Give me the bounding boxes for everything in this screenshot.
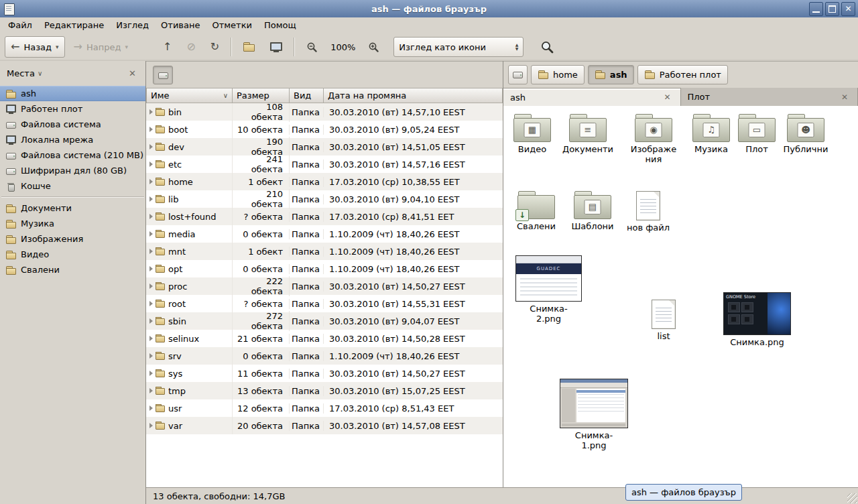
close-button[interactable] <box>841 2 855 16</box>
sidebar-item[interactable]: ash <box>0 86 145 101</box>
titlebar[interactable]: ash — файлов браузър <box>0 0 858 17</box>
sidebar-item[interactable]: Изображения <box>0 231 145 247</box>
back-button[interactable]: ← Назад ▾ <box>5 36 65 58</box>
file-row[interactable]: boot 10 обекта Папка 30.03.2010 (вт) 9,0… <box>146 121 503 138</box>
expander-icon[interactable] <box>149 318 153 324</box>
icon-item-desktop[interactable]: ▭ Плот <box>730 114 784 155</box>
expander-icon[interactable] <box>149 127 153 132</box>
expander-icon[interactable] <box>149 336 153 341</box>
resize-grip[interactable] <box>847 493 857 503</box>
home-button[interactable] <box>237 36 261 58</box>
file-row[interactable]: etc 241 обекта Папка 30.03.2010 (вт) 14,… <box>146 155 503 173</box>
tab-close-icon[interactable]: ✕ <box>661 92 673 103</box>
icon-item-video[interactable]: ▦ Видео <box>505 114 559 155</box>
expander-icon[interactable] <box>149 301 153 306</box>
up-button[interactable]: ↑ <box>157 36 178 58</box>
icon-item-public[interactable]: ☻ Публични <box>779 114 833 155</box>
expander-icon[interactable] <box>149 231 153 237</box>
file-row[interactable]: sbin 272 обекта Папка 30.03.2010 (вт) 9,… <box>146 312 503 330</box>
expander-icon[interactable] <box>149 162 153 167</box>
menu-item[interactable]: Отметки <box>206 18 257 32</box>
tab-desktop[interactable]: Плот ✕ <box>681 88 858 106</box>
file-row[interactable]: lib 210 обекта Папка 30.03.2010 (вт) 9,0… <box>146 190 503 208</box>
file-row[interactable]: usr 12 обекта Папка 17.03.2010 (ср) 8,51… <box>146 399 503 417</box>
file-row[interactable]: dev 190 обекта Папка 30.03.2010 (вт) 14,… <box>146 138 503 155</box>
column-header-size[interactable]: Размер <box>233 88 290 103</box>
tab-ash[interactable]: ash ✕ <box>503 88 681 106</box>
icon-item-snimka[interactable]: GNOME Store Снимка.png <box>724 292 790 348</box>
view-mode-select[interactable]: Изглед като икони ▲ ▼ <box>393 37 524 57</box>
expander-icon[interactable] <box>149 371 153 376</box>
column-header-type[interactable]: Вид <box>290 88 324 103</box>
expander-icon[interactable] <box>149 353 153 359</box>
taskbar-window-label[interactable]: ash — файлов браузър <box>625 484 742 501</box>
file-row[interactable]: media 0 обекта Папка 1.10.2009 (чт) 18,4… <box>146 225 503 243</box>
column-header-date[interactable]: Дата на промяна <box>324 88 503 103</box>
sidebar-item[interactable]: Видео <box>0 247 145 262</box>
icon-item-list[interactable]: list <box>644 300 684 342</box>
icon-item-downloads[interactable]: ↓ Свалени <box>509 191 563 232</box>
file-row[interactable]: selinux 21 обекта Папка 30.03.2010 (вт) … <box>146 330 503 347</box>
menu-item[interactable]: Изглед <box>110 18 155 32</box>
icon-item-new-file[interactable]: нов файл <box>621 191 675 233</box>
forward-button[interactable]: → Напред ▾ <box>68 36 134 58</box>
expander-icon[interactable] <box>149 214 153 219</box>
column-header-name[interactable]: Име ∨ <box>146 88 233 103</box>
sidebar-item[interactable]: Шифриран дял (80 GB) <box>0 163 145 178</box>
file-row[interactable]: tmp 13 обекта Папка 30.03.2010 (вт) 15,0… <box>146 382 503 399</box>
menu-item[interactable]: Файл <box>2 18 38 32</box>
sidebar-item[interactable]: Файлова система (210 MB) <box>0 147 145 163</box>
path-button-ash[interactable]: ash <box>588 65 634 84</box>
sidebar-item[interactable]: Файлова система <box>0 117 145 132</box>
left-pane-root-button[interactable] <box>153 66 173 84</box>
zoom-out-button[interactable] <box>300 36 324 58</box>
expander-icon[interactable] <box>149 423 153 428</box>
file-row[interactable]: home 1 обект Папка 17.03.2010 (ср) 10,38… <box>146 173 503 190</box>
expander-icon[interactable] <box>149 405 153 411</box>
expander-icon[interactable] <box>149 179 153 184</box>
icon-item-snimka1[interactable]: Снимка-1.png <box>560 379 627 451</box>
sidebar-item[interactable]: Документи <box>0 200 145 216</box>
sidebar-item[interactable]: Кошче <box>0 178 145 194</box>
places-title[interactable]: Места <box>7 68 35 78</box>
zoom-in-button[interactable] <box>362 36 385 58</box>
back-dropdown-icon[interactable]: ▾ <box>56 44 59 50</box>
expander-icon[interactable] <box>149 109 153 115</box>
expander-icon[interactable] <box>149 196 153 202</box>
reload-button[interactable]: ↻ <box>204 36 225 58</box>
path-button-home[interactable]: home <box>531 65 585 84</box>
expander-icon[interactable] <box>149 266 153 271</box>
file-row[interactable]: root ? обекта Папка 30.03.2010 (вт) 14,5… <box>146 295 503 312</box>
file-row[interactable]: mnt 1 обект Папка 1.10.2009 (чт) 18,40,2… <box>146 243 503 260</box>
stop-button[interactable]: ⊘ <box>180 36 201 58</box>
tab-close-icon[interactable]: ✕ <box>839 92 851 103</box>
sidebar-item[interactable]: Свалени <box>0 262 145 277</box>
path-button-desktop[interactable]: Работен плот <box>637 65 728 84</box>
icon-item-templates[interactable]: ▤ Шаблони <box>566 191 619 232</box>
file-row[interactable]: sys 11 обекта Папка 30.03.2010 (вт) 14,5… <box>146 365 503 382</box>
minimize-button[interactable] <box>809 2 823 16</box>
expander-icon[interactable] <box>149 388 153 393</box>
file-row[interactable]: lost+found ? обекта Папка 17.03.2010 (ср… <box>146 208 503 225</box>
sidebar-close-icon[interactable]: ✕ <box>126 67 139 80</box>
menu-item[interactable]: Отиване <box>155 18 206 32</box>
pathbar-root-button[interactable] <box>508 65 528 84</box>
places-chevron-icon[interactable]: ∨ <box>38 70 42 77</box>
icon-view[interactable]: ▦ Видео ≡ Документи ◉ Изображения ♫ Музи… <box>503 106 858 487</box>
icon-item-images[interactable]: ◉ Изображения <box>629 114 678 165</box>
sidebar-item[interactable]: Музика <box>0 216 145 231</box>
sidebar-item[interactable]: Работен плот <box>0 101 145 117</box>
file-row[interactable]: bin 108 обекта Папка 30.03.2010 (вт) 14,… <box>146 103 503 121</box>
icon-item-snimka2[interactable]: GUADEC Снимка-2.png <box>516 255 581 324</box>
maximize-button[interactable] <box>825 2 839 16</box>
sidebar-item[interactable]: Локална мрежа <box>0 132 145 147</box>
search-button[interactable] <box>534 36 560 58</box>
file-row[interactable]: opt 0 обекта Папка 1.10.2009 (чт) 18,40,… <box>146 260 503 277</box>
expander-icon[interactable] <box>149 144 153 149</box>
expander-icon[interactable] <box>149 249 153 254</box>
file-row[interactable]: var 20 обекта Папка 30.03.2010 (вт) 14,5… <box>146 417 503 434</box>
menu-item[interactable]: Помощ <box>258 18 302 32</box>
icon-item-documents[interactable]: ≡ Документи <box>561 114 615 155</box>
file-row[interactable]: proc 222 обекта Папка 30.03.2010 (вт) 14… <box>146 277 503 295</box>
file-row[interactable]: srv 0 обекта Папка 1.10.2009 (чт) 18,40,… <box>146 347 503 365</box>
